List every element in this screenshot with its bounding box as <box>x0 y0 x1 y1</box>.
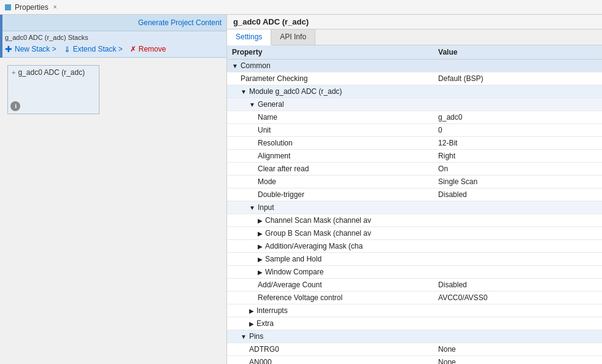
prop-name-cell: Clear after read <box>227 163 433 176</box>
expandable-label[interactable]: Window Compare <box>265 268 323 276</box>
tab-close-button[interactable]: × <box>53 4 57 10</box>
expand-icon[interactable]: ▶ <box>258 230 263 237</box>
properties-tab-label: Properties <box>15 3 48 12</box>
prop-value-cell[interactable]: 12-Bit <box>433 137 602 150</box>
remove-button[interactable]: ✗ Remove <box>130 44 166 54</box>
table-row: AN000None <box>227 356 602 365</box>
properties-table: Property Value ▼CommonParameter Checking… <box>227 45 602 364</box>
expandable-value <box>433 240 602 253</box>
table-row: Add/Average CountDisabled <box>227 279 602 292</box>
expandable-value <box>433 317 602 330</box>
new-stack-button[interactable]: ✚ New Stack > <box>5 44 56 55</box>
prop-name-cell: Name <box>227 111 433 124</box>
table-row: ▶Group B Scan Mask (channel av <box>227 227 602 240</box>
prop-name-cell: Alignment <box>227 150 433 163</box>
properties-tab-icon <box>5 4 11 10</box>
top-bar: Properties × <box>0 0 602 15</box>
expandable-label[interactable]: Extra <box>257 319 274 328</box>
component-info-button[interactable]: ℹ <box>10 101 20 111</box>
table-row: ▼General <box>227 98 602 111</box>
tab-settings[interactable]: Settings <box>227 29 271 45</box>
tab-bar: Settings API Info <box>227 29 602 45</box>
properties-tab[interactable]: Properties × <box>5 3 57 12</box>
section-label: General <box>258 100 284 109</box>
prop-value-cell[interactable]: On <box>433 163 602 176</box>
expand-icon[interactable]: ▶ <box>258 217 263 224</box>
expandable-label[interactable]: Group B Scan Mask (channel av <box>265 229 371 238</box>
table-row: ▶Extra <box>227 317 602 330</box>
prop-value-cell[interactable]: None <box>433 356 602 365</box>
main-layout: Generate Project Content g_adc0 ADC (r_a… <box>0 15 602 364</box>
collapse-icon[interactable]: ▼ <box>249 204 255 211</box>
right-panel: g_adc0 ADC (r_adc) Settings API Info Pro… <box>227 15 602 364</box>
table-row: Parameter CheckingDefault (BSP) <box>227 72 602 85</box>
prop-value-cell[interactable]: Right <box>433 150 602 163</box>
expandable-value <box>433 214 602 227</box>
generate-project-content-button[interactable]: Generate Project Content <box>138 18 222 27</box>
expand-icon[interactable]: ▶ <box>258 269 263 276</box>
table-row: Clear after readOn <box>227 163 602 176</box>
table-row: ADTRG0None <box>227 343 602 356</box>
prop-value-cell[interactable]: Single Scan <box>433 176 602 188</box>
expandable-label[interactable]: Channel Scan Mask (channel av <box>265 216 371 225</box>
prop-value-cell[interactable]: Disabled <box>433 279 602 292</box>
new-stack-icon: ✚ <box>5 44 12 54</box>
table-row: ▼Pins <box>227 330 602 343</box>
prop-name-cell: AN000 <box>227 356 433 365</box>
prop-name-cell: Double-trigger <box>227 188 433 201</box>
left-header: Generate Project Content <box>0 15 226 31</box>
left-toolbar: g_adc0 ADC (r_adc) Stacks ✚ New Stack > … <box>0 31 226 58</box>
prop-name-cell: Parameter Checking <box>227 72 433 85</box>
expandable-label[interactable]: Interrupts <box>257 306 288 315</box>
prop-value-cell[interactable]: None <box>433 343 602 356</box>
prop-value-cell[interactable]: 0 <box>433 124 602 137</box>
prop-value-cell[interactable]: g_adc0 <box>433 111 602 124</box>
new-stack-label: New Stack > <box>15 45 56 53</box>
expandable-label[interactable]: Sample and Hold <box>265 255 322 263</box>
table-row: ▶Window Compare <box>227 266 602 279</box>
prop-name-cell: Unit <box>227 124 433 137</box>
stack-label: g_adc0 ADC (r_adc) Stacks <box>5 34 88 41</box>
tab-api-info[interactable]: API Info <box>271 29 315 45</box>
collapse-icon[interactable]: ▼ <box>241 333 247 340</box>
prop-value-cell[interactable]: AVCC0/AVSS0 <box>433 292 602 304</box>
component-name-label: g_adc0 ADC (r_adc) <box>18 68 85 77</box>
expand-icon[interactable]: ▶ <box>249 320 254 327</box>
component-plus-icon: + <box>12 69 15 76</box>
table-row: ▶Sample and Hold <box>227 253 602 266</box>
remove-label: Remove <box>139 45 166 53</box>
col-value-header: Value <box>433 45 602 60</box>
properties-table-container: Property Value ▼CommonParameter Checking… <box>227 45 602 364</box>
extend-stack-label: Extend Stack > <box>73 45 123 53</box>
section-label: Module g_adc0 ADC (r_adc) <box>249 87 342 96</box>
expandable-label[interactable]: Addition/Averaging Mask (cha <box>265 242 363 250</box>
table-row: Resolution12-Bit <box>227 137 602 150</box>
extend-stack-button[interactable]: ⇓ Extend Stack > <box>64 44 123 55</box>
table-row: ▼Module g_adc0 ADC (r_adc) <box>227 85 602 98</box>
prop-name-cell: Add/Average Count <box>227 279 433 292</box>
expand-icon[interactable]: ▶ <box>258 256 263 263</box>
table-row: AlignmentRight <box>227 150 602 163</box>
prop-name-cell: Resolution <box>227 137 433 150</box>
expand-icon[interactable]: ▶ <box>258 243 263 250</box>
collapse-icon[interactable]: ▼ <box>241 88 247 95</box>
expand-icon[interactable]: ▶ <box>249 308 254 314</box>
table-row: ▶Interrupts <box>227 304 602 317</box>
remove-icon: ✗ <box>130 45 136 53</box>
table-row: ▶Channel Scan Mask (channel av <box>227 214 602 227</box>
prop-value-cell[interactable]: Disabled <box>433 188 602 201</box>
table-row: Double-triggerDisabled <box>227 188 602 201</box>
extend-stack-icon: ⇓ <box>64 45 71 54</box>
col-property-header: Property <box>227 45 433 60</box>
component-title: + g_adc0 ADC (r_adc) <box>12 68 85 77</box>
prop-value-cell[interactable]: Default (BSP) <box>433 72 602 85</box>
collapse-icon[interactable]: ▼ <box>249 101 255 108</box>
component-box[interactable]: + g_adc0 ADC (r_adc) ℹ <box>7 65 99 114</box>
table-row: Reference Voltage controlAVCC0/AVSS0 <box>227 292 602 304</box>
section-label: Pins <box>249 332 263 341</box>
canvas-area: + g_adc0 ADC (r_adc) ℹ <box>0 58 226 364</box>
section-label: Input <box>258 203 274 212</box>
collapse-icon[interactable]: ▼ <box>232 63 238 69</box>
prop-name-cell: Mode <box>227 176 433 188</box>
table-row: Unit0 <box>227 124 602 137</box>
